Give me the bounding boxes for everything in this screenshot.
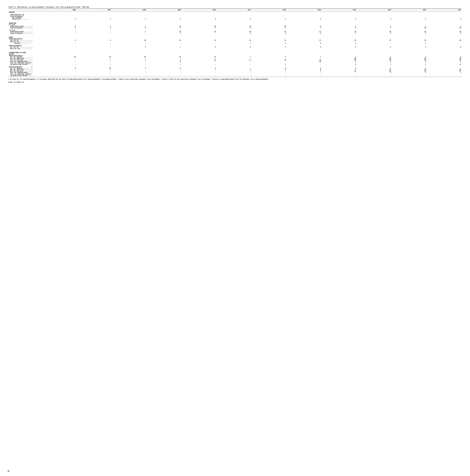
rule-header bbox=[9, 11, 461, 11]
row-label: konsesjoner .......... bbox=[8, 18, 41, 20]
cell: 7 bbox=[287, 56, 322, 58]
cell: 1 bbox=[146, 46, 181, 48]
cell: 5 bbox=[356, 18, 392, 20]
cell: 13 bbox=[146, 26, 181, 27]
cell: 1 bbox=[41, 18, 76, 20]
cell: 13 bbox=[322, 40, 357, 41]
danmark-header: DANMARK bbox=[8, 12, 41, 13]
table-row: Øst for Shetland ........... -------7242… bbox=[8, 70, 462, 72]
cell: - bbox=[322, 72, 357, 73]
table-row: Øst for England ............ 816782-4621… bbox=[8, 68, 462, 69]
cell: 3 bbox=[392, 33, 427, 34]
cell: 7 bbox=[216, 56, 251, 58]
cell: 12 bbox=[392, 27, 427, 29]
cell: 1 bbox=[251, 64, 287, 65]
cell: - bbox=[111, 48, 146, 49]
year-h: 1976 bbox=[392, 9, 427, 11]
cell: 2 bbox=[356, 61, 392, 62]
cell: 18 bbox=[216, 31, 251, 33]
cell: - bbox=[216, 75, 251, 76]
cell: - bbox=[76, 64, 111, 65]
row-label: Øst for Shetland ........... bbox=[8, 70, 41, 72]
cell: 8 bbox=[251, 56, 287, 58]
table-row: Vest for Shetland, Kanalen bbox=[8, 73, 462, 75]
cell: 10 bbox=[181, 59, 216, 61]
row-label: Vest for Shetland, Kanalen bbox=[8, 73, 41, 75]
cell: - bbox=[41, 72, 76, 73]
cell: - bbox=[356, 43, 392, 44]
cell: 1 bbox=[322, 33, 357, 34]
uk-a-header: Avgrensningshull 1 bbox=[8, 66, 41, 68]
cell: 3 bbox=[392, 18, 427, 20]
cell: - bbox=[216, 64, 251, 65]
cell: 7 bbox=[356, 27, 392, 29]
cell: 2 bbox=[181, 68, 216, 69]
cell: 4 bbox=[287, 26, 322, 27]
uk-header2: IRLAND bbox=[8, 53, 41, 55]
cell: 5 bbox=[427, 33, 462, 34]
cell: - bbox=[41, 48, 76, 49]
cell: - bbox=[146, 69, 181, 70]
cell: - bbox=[356, 48, 392, 49]
cell: 13 bbox=[427, 27, 462, 29]
row-label: Øst for England ............ bbox=[8, 56, 41, 58]
cell: 5 bbox=[216, 46, 251, 48]
cell: 4 bbox=[216, 27, 251, 29]
footnotes: 1 Av disse er tre avgrensningshull. 2 I … bbox=[8, 78, 462, 80]
cell: 3 bbox=[392, 56, 427, 58]
cell: 1 bbox=[427, 72, 462, 73]
cell: 7 bbox=[76, 59, 111, 61]
cell: 26 bbox=[322, 59, 357, 61]
cell: - bbox=[216, 48, 251, 49]
cell: - bbox=[251, 70, 287, 72]
cell: 20 bbox=[392, 40, 427, 41]
cell: 1 bbox=[392, 43, 427, 44]
cell: 2 bbox=[322, 26, 357, 27]
table-row: Øst for Skottland .......... -----446711… bbox=[8, 69, 462, 70]
cell: 15 bbox=[146, 31, 181, 33]
cell: 11 bbox=[181, 40, 216, 41]
cell: - bbox=[216, 68, 251, 69]
cell: 7 bbox=[392, 26, 427, 27]
cell: 11 bbox=[427, 64, 462, 65]
year-h: 1974 bbox=[322, 9, 357, 11]
cell: 17 bbox=[356, 40, 392, 41]
cell: 17 bbox=[287, 31, 322, 33]
cell: 23 bbox=[427, 31, 462, 33]
cell: 8 bbox=[427, 46, 462, 48]
table-row: Øst for Shetland ........... -7181017241… bbox=[8, 59, 462, 61]
cell: - bbox=[181, 72, 216, 73]
cell: - bbox=[111, 64, 146, 65]
cell: 13 bbox=[392, 70, 427, 72]
cell: 20 bbox=[427, 69, 462, 70]
nederland-header: NEDERLAND bbox=[8, 23, 41, 24]
cell: 8 bbox=[356, 26, 392, 27]
cell: 5 bbox=[427, 56, 462, 58]
nederland-land-header: På land2 bbox=[8, 24, 41, 26]
cell: 1 bbox=[41, 27, 76, 29]
cell: 17 bbox=[216, 59, 251, 61]
cell: 7 bbox=[111, 68, 146, 69]
cell: 3 bbox=[392, 46, 427, 48]
cell: 17 bbox=[427, 70, 462, 72]
cell: 11 bbox=[356, 69, 392, 70]
cell: 2 bbox=[287, 33, 322, 34]
cell: 3 bbox=[146, 27, 181, 29]
row-label: Sør for 62° ................ bbox=[8, 46, 41, 48]
cell: 8 bbox=[41, 68, 76, 69]
cell: - bbox=[76, 46, 111, 48]
cell: - bbox=[427, 43, 462, 44]
table-row: og Sydvestlige områder ..... -----------… bbox=[8, 75, 462, 76]
row-label: Nord for 62° .............. bbox=[8, 41, 41, 42]
cell: - bbox=[41, 61, 76, 62]
cell: 1 bbox=[216, 43, 251, 44]
norge-a-header: Avgrensningshull bbox=[8, 45, 41, 46]
cell: - bbox=[181, 48, 216, 49]
cell: - bbox=[76, 70, 111, 72]
cell: 1 bbox=[251, 33, 287, 34]
cell: 4 bbox=[392, 61, 427, 62]
cell: - bbox=[146, 70, 181, 72]
cell: 4 bbox=[322, 56, 357, 58]
rule-top bbox=[8, 9, 462, 9]
cell: 10 bbox=[251, 26, 287, 27]
